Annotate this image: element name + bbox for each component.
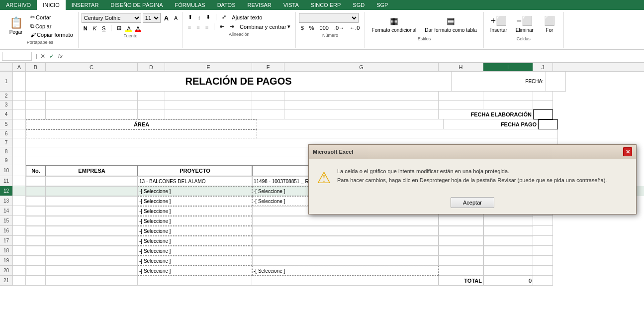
dialog-titlebar: Microsoft Excel ✕: [309, 145, 636, 159]
dialog-accept-button[interactable]: Aceptar: [451, 197, 494, 208]
dialog-message: La celda o el gráfico que intenta modifi…: [337, 167, 628, 185]
dialog-footer: Aceptar: [309, 193, 636, 214]
dialog-overlay: Microsoft Excel ✕ ⚠ La celda o el gráfic…: [0, 0, 644, 286]
dialog-box: Microsoft Excel ✕ ⚠ La celda o el gráfic…: [308, 144, 637, 214]
warning-icon: ⚠: [317, 168, 331, 187]
dialog-title: Microsoft Excel: [313, 149, 353, 155]
dialog-body: ⚠ La celda o el gráfico que intenta modi…: [309, 159, 636, 193]
dialog-close-button[interactable]: ✕: [623, 147, 632, 156]
